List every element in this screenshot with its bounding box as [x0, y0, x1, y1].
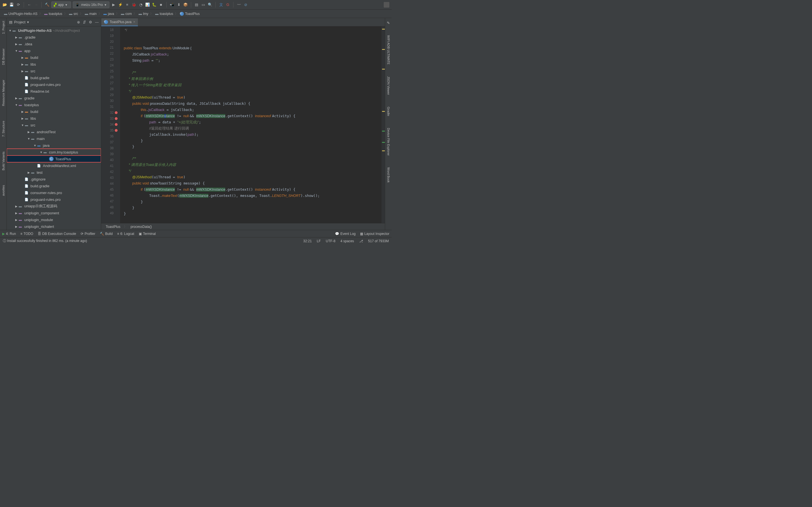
coverage-icon[interactable]: ◔	[138, 2, 143, 7]
profile-icon[interactable]: 📊	[145, 2, 150, 7]
tree-item[interactable]: ▶▬libs	[7, 115, 101, 122]
code-editor[interactable]: 1819202122232425262728293031323334353637…	[101, 26, 385, 223]
right-tab-wifiadb[interactable]: WIFI ADB ULTIMATE	[386, 34, 391, 66]
bottom-tab-build[interactable]: 🔨Build	[100, 232, 113, 236]
error-stripe[interactable]	[382, 26, 385, 223]
hotswap-icon[interactable]: ≡	[124, 2, 130, 7]
tree-item[interactable]: ▶▬build	[7, 54, 101, 61]
bottom-tab-logcat[interactable]: ≡6: Logcat	[117, 232, 134, 236]
tree-item[interactable]: ▶▬build	[7, 108, 101, 115]
run-icon[interactable]: ▶	[111, 2, 116, 7]
structure-icon[interactable]: ▤	[194, 2, 199, 7]
tree-item[interactable]: ▶▬.gradle	[7, 34, 101, 41]
left-tab-project[interactable]: 1: Project	[1, 19, 6, 36]
open-icon[interactable]: 📂	[2, 2, 7, 7]
sdk-icon[interactable]: ⬇	[176, 2, 181, 7]
tree-item[interactable]: ▶▬gradle	[7, 95, 101, 101]
indent[interactable]: 4 spaces	[341, 239, 354, 243]
tree-item[interactable]: ▶▬.idea	[7, 41, 101, 47]
left-tab-favorites[interactable]: avorites	[1, 183, 6, 198]
tree-item[interactable]: ▼▬main	[7, 135, 101, 142]
tree-item[interactable]: 📄build.gradle	[7, 74, 101, 81]
chevron-down-icon[interactable]: ▾	[27, 20, 29, 24]
tree-item[interactable]: CToastPlus	[7, 156, 101, 162]
line-gutter[interactable]: 1819202122232425262728293031323334353637…	[101, 26, 115, 223]
tree-item[interactable]: ▶▬uniplugin_component	[7, 210, 101, 216]
right-tab-gradle[interactable]: Gradle	[386, 105, 391, 118]
bc-module[interactable]: ▬toastplus	[43, 12, 63, 16]
gear-icon[interactable]: ⚙	[89, 20, 92, 24]
tree-item[interactable]: ▶▬androidTest	[7, 128, 101, 135]
tree-item[interactable]: ▶▬uniapp示例工程源码	[7, 203, 101, 210]
search-icon[interactable]: 🔍	[207, 2, 213, 7]
bc-java[interactable]: ▬java	[102, 12, 115, 16]
caret-position[interactable]: 32:21	[303, 239, 312, 243]
git-icon[interactable]: ⎇	[359, 239, 363, 243]
right-tab-json[interactable]: JSON Viewer	[386, 75, 391, 97]
tree-item[interactable]: 📄.gitignore	[7, 176, 101, 182]
bottom-tab-profiler[interactable]: ⟳Profiler	[81, 232, 95, 236]
cube-icon[interactable]: 📦	[183, 2, 188, 7]
right-tab-wordbook[interactable]: Word Book	[386, 166, 391, 184]
bc-lmy[interactable]: ▬lmy	[137, 12, 149, 16]
close-tab-icon[interactable]: ×	[133, 20, 135, 24]
back-icon[interactable]: ←	[27, 2, 32, 7]
crumb-method[interactable]: processData()	[131, 225, 152, 229]
tree-root[interactable]: ▼▬ UniPlugin-Hello-AS ~/AndroidProject	[7, 27, 101, 34]
tree-item[interactable]: ▼▬src	[7, 122, 101, 128]
avatar-icon[interactable]	[384, 2, 389, 8]
tree-item[interactable]: 📄AndroidManifest.xml	[7, 162, 101, 169]
translate2-icon[interactable]: G	[225, 2, 231, 7]
tree-item[interactable]: ▼▬java	[7, 142, 101, 149]
save-icon[interactable]: 💾	[9, 2, 14, 7]
bottom-tab-terminal[interactable]: ▣Terminal	[139, 232, 156, 236]
hammer-icon[interactable]: 🔨	[45, 2, 50, 7]
project-title[interactable]: Project	[14, 20, 26, 24]
hide-icon[interactable]: —	[95, 20, 99, 24]
locate-icon[interactable]: ⊕	[77, 20, 80, 24]
bc-root[interactable]: ▬UniPlugin-Hello-AS	[3, 12, 39, 16]
apply-changes-icon[interactable]: ⚡	[118, 2, 123, 7]
left-tab-structure[interactable]: 7: Structure	[1, 119, 6, 138]
left-tab-buildvar[interactable]: Build Variants	[1, 150, 6, 172]
line-separator[interactable]: LF	[317, 239, 321, 243]
encoding[interactable]: UTF-8	[326, 239, 336, 243]
bc-toastplus[interactable]: ▬toastplus	[154, 12, 174, 16]
memory-indicator[interactable]: 517 of 7933M	[368, 239, 389, 243]
tree-item[interactable]: ▶▬src	[7, 68, 101, 74]
tree-item[interactable]: 📄Readme.txt	[7, 88, 101, 95]
bc-class[interactable]: CToastPlus	[179, 12, 201, 16]
attach-icon[interactable]: 🐛	[152, 2, 157, 7]
avd-icon[interactable]: 📲	[169, 2, 174, 7]
block-icon[interactable]: ⊘	[243, 2, 248, 7]
tree-item[interactable]: ▼▬toastplus	[7, 101, 101, 108]
bottom-tab-db[interactable]: 🗄DB Execution Console	[38, 232, 76, 236]
tree-item[interactable]: ▶▬test	[7, 169, 101, 176]
left-tab-resmgr[interactable]: Resource Manager	[1, 78, 6, 108]
device-combo[interactable]: 📱 meizu 16s Pro ▾	[73, 1, 109, 8]
tree-item[interactable]: 📄build.gradle	[7, 182, 101, 189]
debug-icon[interactable]: 🐞	[132, 2, 137, 7]
crumb-class[interactable]: ToastPlus	[106, 225, 120, 229]
monitor-icon[interactable]: ▭	[201, 2, 206, 7]
translate-icon[interactable]: 文	[218, 2, 223, 7]
bc-src[interactable]: ▬src	[68, 12, 79, 16]
chart-icon[interactable]: 〰	[236, 2, 241, 7]
sync-icon[interactable]: ⟳	[16, 2, 21, 7]
forward-icon[interactable]: →	[34, 2, 39, 7]
tree-item[interactable]: ▶▬uniplugin_richalert	[7, 223, 101, 230]
run-config-combo[interactable]: ▞ app ▾	[51, 1, 71, 8]
tree-item[interactable]: ▼▬com.lmy.toastplus	[7, 149, 101, 156]
tree-item[interactable]: 📄consumer-rules.pro	[7, 189, 101, 196]
bc-main[interactable]: ▬main	[84, 12, 98, 16]
bottom-tab-run[interactable]: ▶4: Run	[2, 232, 16, 236]
tree-item[interactable]: 📄proguard-rules.pro	[7, 196, 101, 203]
right-tab-devexplorer[interactable]: Device File Explorer	[386, 126, 391, 157]
tree-item[interactable]: ▶▬libs	[7, 61, 101, 68]
tree-item[interactable]: ▶▬uniplugin_module	[7, 216, 101, 223]
pencil-icon[interactable]: ✎	[387, 21, 390, 25]
project-tree[interactable]: ▼▬ UniPlugin-Hello-AS ~/AndroidProject ▶…	[7, 26, 101, 230]
bc-com[interactable]: ▬com	[120, 12, 133, 16]
stop-icon[interactable]: ■	[158, 2, 163, 7]
collapse-icon[interactable]: ⇵	[83, 20, 86, 24]
